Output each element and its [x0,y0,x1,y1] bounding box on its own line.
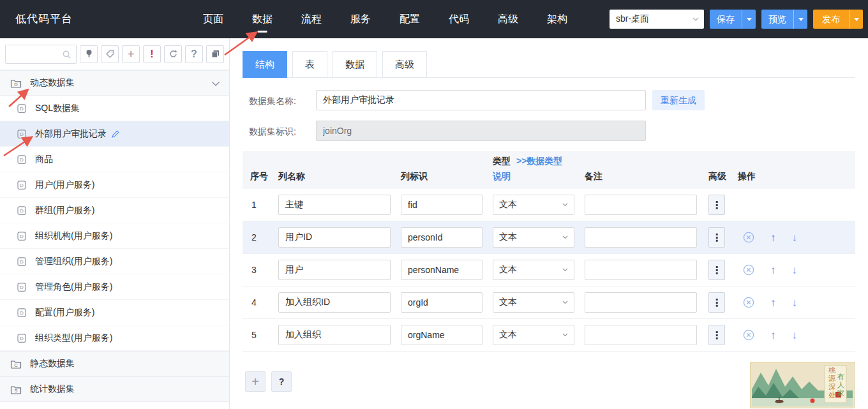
tree-item-external-user-approval[interactable]: D 外部用户审批记录 [0,121,229,147]
move-down-icon[interactable]: ↓ [792,330,798,341]
tab-structure[interactable]: 结构 [243,51,287,78]
column-id-input[interactable] [401,227,483,248]
tree-item-user-service-user[interactable]: D 用户(用户服务) [0,172,229,198]
remark-input[interactable] [585,195,697,215]
folder-c-icon: C [10,359,22,369]
remark-input[interactable] [585,325,697,345]
save-dropdown-caret[interactable] [742,10,756,29]
advanced-more-button[interactable]: ⋮ [708,260,725,280]
chevron-down-icon [562,235,568,239]
columns-help-button[interactable]: ? [271,371,292,392]
tab-table[interactable]: 表 [292,51,327,78]
column-name-input[interactable] [278,260,391,280]
advanced-more-button[interactable]: ⋮ [708,227,725,248]
tree-item-user-service-manage-org[interactable]: D 管理组织(用户服务) [0,249,229,274]
publish-dropdown-caret[interactable] [849,10,863,29]
save-button[interactable]: 保存 [710,10,756,29]
type-select[interactable]: 文本 [493,325,574,345]
nav-item-page[interactable]: 页面 [203,0,223,38]
chevron-down-icon [562,301,568,304]
tree-item-user-service-manage-role[interactable]: D 管理角色(用户服务) [0,274,229,300]
move-up-icon[interactable]: ↑ [770,232,776,243]
add-column-button[interactable]: + [245,371,266,392]
nav-item-data[interactable]: 数据 [252,0,273,38]
column-id-input[interactable] [401,292,483,313]
data-type-link[interactable]: >>数据类型 [516,156,562,167]
delete-icon[interactable] [743,329,754,341]
nav-item-code[interactable]: 代码 [449,0,469,38]
tab-data[interactable]: 数据 [333,51,377,78]
preview-dropdown-caret[interactable] [793,10,807,29]
tree-group-static-datasets[interactable]: C 静态数据集 [0,351,229,376]
nav-item-advanced[interactable]: 高级 [498,0,518,38]
column-id-input[interactable] [401,325,483,345]
tree-item-user-service-org[interactable]: D 组织机构(用户服务) [0,223,229,249]
more-icon: ⋮ [712,264,722,276]
remark-input[interactable] [585,260,697,280]
dataset-id-input [316,121,646,141]
tree-item-user-service-org-type[interactable]: D 组织类型(用户服务) [0,325,229,351]
page-select[interactable]: sbr-桌面 [610,10,704,29]
tree-view-button[interactable] [80,45,98,63]
column-name-input[interactable] [278,292,391,313]
chevron-down-icon [211,81,220,87]
advanced-more-button[interactable]: ⋮ [708,195,725,215]
tree-item-user-service-group[interactable]: D 群组(用户服务) [0,198,229,223]
move-down-icon[interactable]: ↓ [792,232,798,243]
help-button[interactable]: ? [185,45,203,63]
tree-item-product[interactable]: D 商品 [0,147,229,172]
row-seq: 3 [243,265,276,275]
add-dataset-button[interactable]: + [122,45,140,63]
edit-pencil-icon[interactable] [111,130,120,138]
header-column-id: 列标识 [398,151,490,189]
nav-item-architecture[interactable]: 架构 [547,0,567,38]
column-name-input[interactable] [278,325,391,345]
column-name-input[interactable] [278,227,391,248]
move-down-icon[interactable]: ↓ [792,265,798,276]
advanced-more-button[interactable]: ⋮ [708,292,725,313]
svg-text:D: D [20,259,24,265]
move-up-icon[interactable]: ↑ [770,297,776,308]
description-link[interactable]: 说明 [493,171,582,182]
tab-advanced[interactable]: 高级 [382,51,427,78]
regenerate-button[interactable]: 重新生成 [652,90,705,110]
search-icon [62,50,72,60]
tag-button[interactable] [101,45,119,63]
remark-input[interactable] [585,227,697,248]
tree-item-user-service-config[interactable]: D 配置(用户服务) [0,300,229,325]
chevron-down-icon [562,333,568,337]
publish-button[interactable]: 发布 [813,10,863,29]
type-select[interactable]: 文本 [493,195,574,215]
dataset-doc-icon: D [17,205,27,216]
painting-caption: 有人家 [837,373,845,398]
move-down-icon[interactable]: ↓ [792,297,798,308]
delete-icon[interactable] [743,232,754,243]
tree-item-label: 用户(用户服务) [35,179,94,191]
nav-item-config[interactable]: 配置 [400,0,420,38]
type-select[interactable]: 文本 [493,227,574,248]
nav-item-flow[interactable]: 流程 [301,0,322,38]
nav-item-service[interactable]: 服务 [350,0,371,38]
remark-input[interactable] [585,292,697,313]
validate-button[interactable]: ! [143,45,161,63]
tree-item-label: 配置(用户服务) [35,307,94,318]
refresh-icon [168,49,178,59]
copy-button[interactable] [206,45,224,63]
move-up-icon[interactable]: ↑ [770,330,776,341]
column-id-input[interactable] [401,260,483,280]
dataset-name-input[interactable] [316,90,646,110]
column-name-input[interactable] [278,195,391,215]
refresh-button[interactable] [164,45,182,63]
type-select[interactable]: 文本 [493,260,574,280]
tree-item-sql-dataset[interactable]: D SQL数据集 [0,96,229,121]
tree-item-label: 群组(用户服务) [35,205,94,216]
tree-group-dynamic-datasets[interactable]: D 动态数据集 [0,70,229,96]
delete-icon[interactable] [743,264,754,276]
preview-button[interactable]: 预览 [761,10,807,29]
column-id-input[interactable] [401,195,483,215]
advanced-more-button[interactable]: ⋮ [708,325,725,345]
move-up-icon[interactable]: ↑ [770,265,776,276]
tree-group-statistic-datasets[interactable]: S 统计数据集 [0,376,229,402]
type-select[interactable]: 文本 [493,292,574,313]
delete-icon[interactable] [743,297,754,308]
